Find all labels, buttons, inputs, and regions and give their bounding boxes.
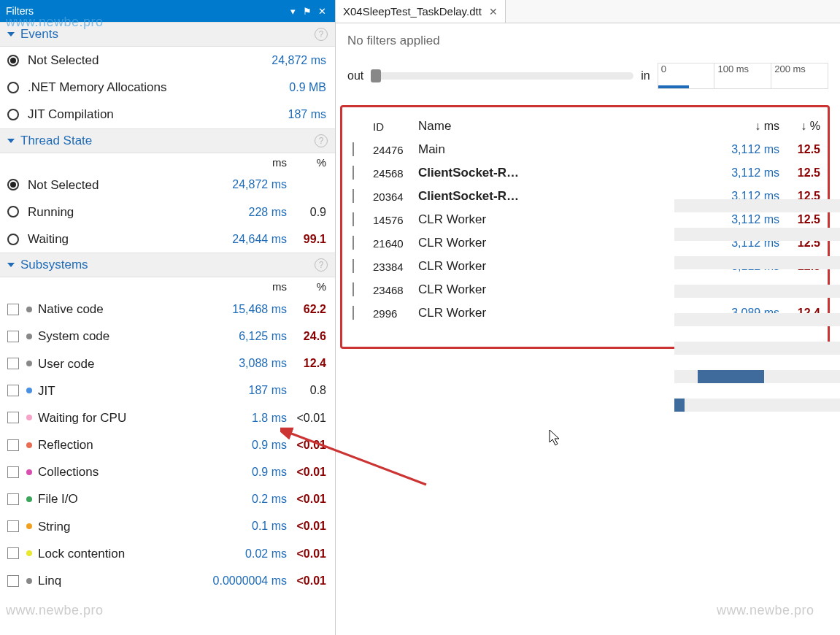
row-pct: 62.2 — [287, 300, 326, 319]
row-pct: <0.01 — [287, 490, 326, 509]
row-label: Running — [28, 202, 199, 222]
radio-icon[interactable] — [7, 179, 19, 190]
checkbox[interactable] — [352, 212, 354, 226]
panel-title: Filters — [6, 5, 285, 17]
help-icon[interactable]: ? — [315, 28, 328, 41]
checkbox[interactable] — [352, 259, 354, 273]
thread-id: 20364 — [373, 190, 418, 203]
checkbox[interactable] — [7, 439, 19, 451]
row-label: Not Selected — [28, 50, 239, 70]
radio-icon[interactable] — [7, 234, 19, 245]
row-label: Linq — [38, 571, 199, 590]
row-ms: 0.02 ms — [199, 544, 287, 563]
row-pct: 12.4 — [287, 354, 326, 373]
timeline-bar-row — [674, 390, 840, 419]
events-row[interactable]: Not Selected 24,872 ms — [0, 47, 335, 74]
checkbox[interactable] — [352, 166, 354, 180]
radio-icon[interactable] — [7, 206, 19, 218]
checkbox[interactable] — [7, 547, 19, 559]
slider-thumb[interactable] — [371, 69, 381, 82]
color-dot — [26, 415, 32, 420]
color-dot — [26, 334, 32, 339]
events-header[interactable]: Events ? — [0, 22, 335, 47]
checkbox[interactable] — [7, 385, 19, 396]
row-pct: <0.01 — [287, 517, 326, 536]
thread-id: 24476 — [373, 144, 418, 156]
subsystem-row[interactable]: User code 3,088 ms 12.4 — [0, 350, 335, 377]
row-ms: 187 ms — [199, 381, 287, 400]
checkbox[interactable] — [7, 493, 19, 505]
filters-panel: Filters ▾ ⚑ ✕ Events ? Not Selected 24,8… — [0, 0, 336, 635]
row-ms: 0.9 MB — [239, 78, 326, 97]
checkbox[interactable] — [7, 575, 19, 587]
subsystem-row[interactable]: Native code 15,468 ms 62.2 — [0, 296, 335, 323]
checkbox[interactable] — [7, 358, 19, 369]
subsystems-col-header: ms % — [0, 277, 335, 296]
threadstate-title: Thread State — [20, 134, 92, 148]
time-ruler[interactable]: 0100 ms200 ms — [658, 63, 828, 89]
row-label: Reflection — [38, 435, 199, 455]
checkbox[interactable] — [7, 412, 19, 423]
help-icon[interactable]: ? — [315, 258, 328, 272]
thread-name: CLR Worker — [418, 306, 712, 320]
checkbox[interactable] — [352, 236, 354, 250]
color-dot — [26, 307, 32, 312]
subsystem-row[interactable]: Collections 0.9 ms <0.01 — [0, 458, 335, 485]
threadstate-row[interactable]: Running 228 ms 0.9 — [0, 199, 335, 226]
threadstate-row[interactable]: Waiting 24,644 ms 99.1 — [0, 226, 335, 253]
timeline-bar-row — [674, 362, 840, 390]
row-label: String — [38, 517, 199, 536]
checkbox[interactable] — [352, 189, 354, 203]
threadstate-col-header: ms % — [0, 153, 335, 172]
subsystem-row[interactable]: Reflection 0.9 ms <0.01 — [0, 431, 335, 458]
subsystem-row[interactable]: System code 6,125 ms 24.6 — [0, 323, 335, 350]
checkbox[interactable] — [7, 304, 19, 315]
radio-icon[interactable] — [7, 82, 19, 93]
radio-icon[interactable] — [7, 109, 19, 120]
thread-id: 14576 — [373, 214, 418, 226]
timeline-bars — [674, 136, 840, 419]
subsystem-row[interactable]: Waiting for CPU 1.8 ms <0.01 — [0, 404, 335, 431]
thread-header: ID Name ↓ ms ↓ % — [348, 115, 825, 138]
row-ms: 6,125 ms — [199, 327, 287, 346]
checkbox[interactable] — [7, 520, 19, 532]
checkbox[interactable] — [352, 142, 354, 156]
row-label: User code — [38, 354, 199, 374]
help-icon[interactable]: ? — [315, 134, 328, 147]
thread-id: 21640 — [373, 237, 418, 250]
row-ms: 187 ms — [239, 105, 326, 124]
zoom-slider[interactable] — [371, 72, 633, 80]
color-dot — [26, 361, 32, 366]
subsystem-row[interactable]: Lock contention 0.02 ms <0.01 — [0, 540, 335, 567]
checkbox[interactable] — [352, 282, 354, 296]
radio-icon[interactable] — [7, 55, 19, 66]
checkbox[interactable] — [7, 331, 19, 342]
zoom-in-label: in — [641, 69, 650, 82]
events-row[interactable]: .NET Memory Allocations 0.9 MB — [0, 74, 335, 101]
row-ms: 1.8 ms — [199, 409, 287, 428]
ruler-tick: 0 — [658, 64, 714, 88]
close-icon[interactable]: ✕ — [489, 6, 498, 18]
events-row[interactable]: JIT Compilation 187 ms — [0, 101, 335, 128]
subsystem-row[interactable]: Linq 0.0000004 ms <0.01 — [0, 567, 335, 594]
pin-icon[interactable]: ⚑ — [300, 4, 315, 18]
filter-status: No filters applied — [336, 23, 840, 58]
subsystem-row[interactable]: String 0.1 ms <0.01 — [0, 513, 335, 540]
threadstate-row[interactable]: Not Selected 24,872 ms — [0, 172, 335, 199]
tab-file[interactable]: X04SleepTest_TaskDelay.dtt ✕ — [336, 0, 506, 23]
row-ms: 15,468 ms — [199, 300, 287, 319]
subsystems-header[interactable]: Subsystems ? — [0, 253, 335, 277]
subsystem-row[interactable]: JIT 187 ms 0.8 — [0, 377, 335, 404]
row-pct: <0.01 — [287, 463, 326, 482]
thread-id: 2996 — [373, 307, 418, 320]
row-pct: 24.6 — [287, 327, 326, 346]
dropdown-icon[interactable]: ▾ — [285, 4, 300, 18]
checkbox[interactable] — [352, 306, 354, 320]
subsystem-row[interactable]: File I/O 0.2 ms <0.01 — [0, 485, 335, 512]
subsystems-title: Subsystems — [20, 258, 88, 272]
close-icon[interactable]: ✕ — [315, 4, 329, 18]
threadstate-header[interactable]: Thread State ? — [0, 128, 335, 153]
row-ms: 3,088 ms — [199, 354, 287, 373]
checkbox[interactable] — [7, 466, 19, 478]
thread-name: CLR Worker — [418, 282, 712, 297]
